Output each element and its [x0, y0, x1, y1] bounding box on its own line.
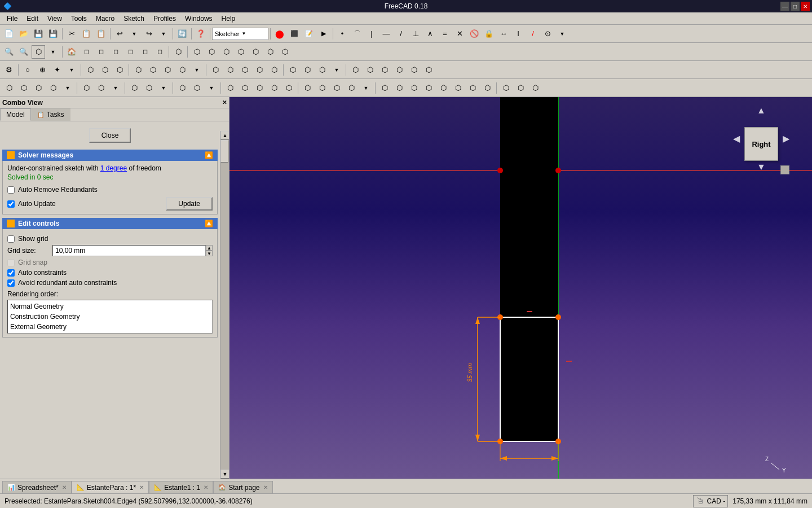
menu-sketch[interactable]: Sketch [119, 14, 149, 24]
tb-help[interactable]: ❓ [194, 27, 208, 41]
tb3-1[interactable]: ⚙ [2, 63, 16, 77]
tb3-8[interactable]: ⬡ [113, 63, 126, 77]
tb4-9[interactable]: ⬡ [127, 81, 141, 95]
tb2-front[interactable]: ◻ [80, 45, 93, 59]
tb-c15[interactable]: ▼ [555, 27, 569, 41]
tb-save[interactable]: 💾 [32, 27, 45, 41]
cube-up-arrow[interactable]: ▲ [733, 106, 789, 116]
close-sketch-button[interactable]: Close [89, 128, 131, 143]
tb3-10[interactable]: ⬡ [146, 63, 160, 77]
tb-c8[interactable]: ✕ [453, 27, 466, 41]
tb3-21[interactable]: ▼ [330, 63, 343, 77]
tb3-6[interactable]: ⬡ [83, 63, 97, 77]
tb-undo-arrow[interactable]: ▼ [127, 27, 141, 41]
tb3-14[interactable]: ⬡ [223, 63, 237, 77]
tb4-11[interactable]: ▼ [157, 81, 170, 95]
tb4-12[interactable]: ⬡ [175, 81, 189, 95]
solver-collapse-icon[interactable]: 🔼 [205, 151, 213, 159]
tab-estantepara[interactable]: 📐 EstantePara : 1* ✕ [72, 481, 149, 493]
tb-c4[interactable]: / [394, 27, 408, 41]
tb3-18[interactable]: ⬡ [286, 63, 299, 77]
tb2-mode[interactable]: ⬡ [32, 45, 45, 59]
tb4-33[interactable]: ⬡ [499, 81, 513, 95]
tab-startpage-close[interactable]: ✕ [263, 484, 268, 491]
tb2-v1[interactable]: ⬡ [190, 45, 204, 59]
tb-copy[interactable]: 📋 [80, 27, 93, 41]
tb4-8[interactable]: ▼ [109, 81, 122, 95]
combo-view-close-icon[interactable]: ✕ [222, 99, 227, 106]
tb2-v4[interactable]: ⬡ [234, 45, 248, 59]
tb2-bot[interactable]: ◻ [153, 45, 166, 59]
tb3-27[interactable]: ⬡ [422, 63, 435, 77]
tb3-5[interactable]: ▼ [65, 63, 78, 77]
tb-redo-arrow[interactable]: ▼ [157, 27, 170, 41]
tb-c11[interactable]: ↔ [497, 27, 510, 41]
menu-view[interactable]: View [43, 14, 67, 24]
tb3-4[interactable]: ✦ [50, 63, 64, 77]
cube-corner-btn[interactable] [780, 165, 789, 174]
tb3-12[interactable]: ⬡ [175, 63, 189, 77]
tb4-32[interactable]: ⬡ [480, 81, 494, 95]
minimize-button[interactable]: — [780, 2, 789, 11]
tb4-5[interactable]: ▼ [61, 81, 74, 95]
tb4-24[interactable]: ▼ [359, 81, 373, 95]
tb4-22[interactable]: ⬡ [330, 81, 343, 95]
tb3-11[interactable]: ⬡ [161, 63, 174, 77]
scroll-track[interactable] [220, 140, 229, 470]
tb4-17[interactable]: ⬡ [253, 81, 266, 95]
view-cube-face[interactable]: Right [744, 127, 778, 161]
scroll-up-button[interactable]: ▲ [220, 131, 230, 140]
tb3-9[interactable]: ⬡ [131, 63, 145, 77]
tb4-4[interactable]: ⬡ [46, 81, 60, 95]
tb4-7[interactable]: ⬡ [94, 81, 108, 95]
tb4-35[interactable]: ⬡ [528, 81, 542, 95]
tb-cut[interactable]: ✂ [65, 27, 78, 41]
tb4-3[interactable]: ⬡ [32, 81, 45, 95]
tb2-home[interactable]: 🏠 [65, 45, 78, 59]
menu-macro[interactable]: Macro [91, 14, 119, 24]
menu-help[interactable]: Help [217, 14, 240, 24]
rendering-item-2[interactable]: External Geometry [10, 322, 210, 332]
tb3-25[interactable]: ⬡ [392, 63, 406, 77]
tb4-18[interactable]: ⬡ [267, 81, 281, 95]
tb-c9[interactable]: 🚫 [467, 27, 481, 41]
degree-link[interactable]: 1 degree [100, 164, 127, 172]
close-button[interactable]: ✕ [801, 2, 810, 11]
tb-paste[interactable]: 📋 [94, 27, 108, 41]
auto-update-checkbox[interactable] [7, 200, 15, 208]
tb2-left[interactable]: ◻ [138, 45, 152, 59]
tb4-10[interactable]: ⬡ [142, 81, 156, 95]
grid-size-down[interactable]: ▼ [206, 251, 213, 256]
tb2-zoom[interactable]: 🔍 [17, 45, 30, 59]
tb4-31[interactable]: ⬡ [466, 81, 479, 95]
tab-startpage[interactable]: 🏠 Start page ✕ [213, 481, 272, 493]
auto-constraints-checkbox[interactable] [7, 269, 15, 277]
tb-new[interactable]: 📄 [2, 27, 16, 41]
tb4-23[interactable]: ⬡ [345, 81, 358, 95]
tb3-22[interactable]: ⬡ [348, 63, 362, 77]
tb-c12[interactable]: I [511, 27, 525, 41]
tab-estante1-close[interactable]: ✕ [204, 484, 208, 491]
tab-model[interactable]: Model [0, 108, 31, 121]
cube-right-arrow[interactable]: ▶ [783, 133, 789, 144]
tb3-15[interactable]: ⬡ [238, 63, 251, 77]
tb4-34[interactable]: ⬡ [514, 81, 527, 95]
scroll-thumb[interactable] [220, 140, 228, 163]
tb3-17[interactable]: ⬡ [267, 63, 281, 77]
edit-collapse-icon[interactable]: 🔼 [205, 220, 213, 227]
tab-estante1[interactable]: 📐 Estante1 : 1 ✕ [149, 481, 213, 493]
tb2-sel[interactable]: ⬡ [171, 45, 185, 59]
grid-size-up[interactable]: ▲ [206, 245, 213, 251]
tb2-v5[interactable]: ⬡ [249, 45, 262, 59]
rendering-item-1[interactable]: Construction Geometry [10, 312, 210, 322]
canvas-area[interactable]: 35 mm Z Y ▲ ◀ Right ▶ ▼ [230, 97, 812, 479]
tb3-19[interactable]: ⬡ [301, 63, 314, 77]
rendering-item-0[interactable]: Normal Geometry [10, 301, 210, 312]
tb4-20[interactable]: ⬡ [301, 81, 314, 95]
tb2-synoptic[interactable]: 🔍 [2, 45, 16, 59]
tb-c14[interactable]: ⊙ [541, 27, 554, 41]
tab-spreadsheet[interactable]: 📊 Spreadsheet* ✕ [2, 481, 72, 493]
tb4-26[interactable]: ⬡ [392, 81, 406, 95]
tb4-2[interactable]: ⬡ [17, 81, 30, 95]
tb-point[interactable]: • [336, 27, 349, 41]
